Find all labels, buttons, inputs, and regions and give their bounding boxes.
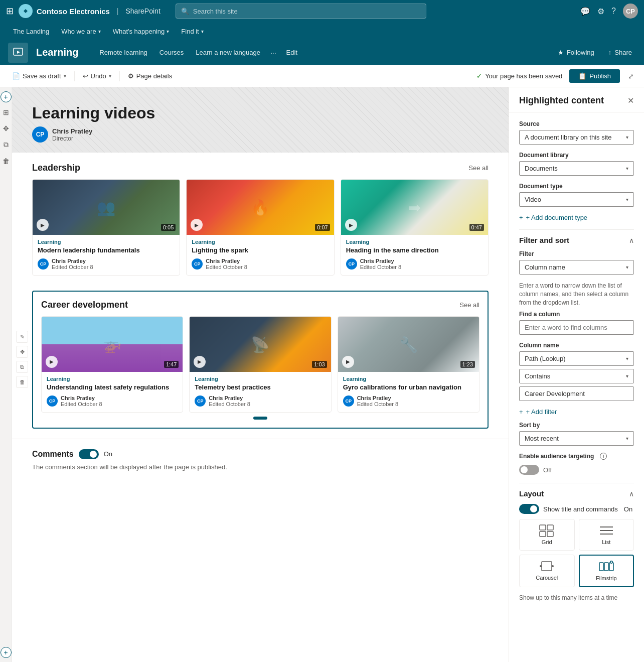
site-nav-who[interactable]: Who we are ▾ <box>56 22 105 40</box>
info-icon[interactable]: i <box>600 453 607 460</box>
plus-icon: + <box>519 408 523 416</box>
add-section-top-button[interactable]: + <box>1 91 12 102</box>
column-name-field: Column name Path (Lookup) ▾ Contains ▾ <box>519 342 634 401</box>
layout-list-option[interactable]: List <box>579 519 634 551</box>
duplicate-section-icon[interactable]: ⧉ <box>16 361 28 373</box>
page-nav-remote[interactable]: Remote learning <box>94 40 152 65</box>
more-pages-icon[interactable]: ··· <box>267 49 279 57</box>
search-placeholder: Search this site <box>193 8 238 15</box>
settings-icon[interactable]: ⚙ <box>597 7 604 16</box>
avatar[interactable]: CP <box>623 4 638 19</box>
thumb-decoration: 🔥 <box>251 199 269 216</box>
video-info: Learning Modern leadership fundamentals … <box>33 235 180 275</box>
play-button[interactable]: ▶ <box>46 356 58 368</box>
toggle-on-label: On <box>104 450 112 458</box>
add-filter-link[interactable]: + + Add filter <box>519 408 634 416</box>
edit-section-icon[interactable]: ✎ <box>16 331 28 343</box>
web-parts-icon[interactable]: ⊞ <box>3 108 9 116</box>
page-nav-language[interactable]: Learn a new language <box>191 40 265 65</box>
page-nav-edit[interactable]: Edit <box>281 40 302 65</box>
delete-icon[interactable]: 🗑 <box>3 157 10 165</box>
edit-date: Edited October 8 <box>52 264 93 270</box>
move-icon[interactable]: ✥ <box>3 124 9 133</box>
save-as-draft-button[interactable]: 📄 Save as draft ▾ <box>8 70 70 82</box>
undo-button[interactable]: ↩ Undo ▾ <box>79 70 115 82</box>
career-see-all[interactable]: See all <box>459 301 479 309</box>
video-card[interactable]: 🔥 ▶ 0:07 Learning Lighting the spark CP … <box>186 179 334 276</box>
show-title-label: Show title and commands <box>543 505 618 513</box>
video-duration: 0:05 <box>161 224 176 231</box>
source-value: A document library on this site <box>525 134 611 141</box>
move-section-icon[interactable]: ✥ <box>16 346 28 358</box>
play-button[interactable]: ▶ <box>345 219 357 231</box>
document-type-field: Document type Video ▾ <box>519 183 634 207</box>
site-nav-landing[interactable]: The Landing <box>8 22 54 40</box>
video-title: Lighting the spark <box>192 246 329 255</box>
video-card[interactable]: 👥 ▶ 0:05 Learning Modern leadership fund… <box>32 179 180 276</box>
filter-select[interactable]: Column name ▾ <box>519 260 634 275</box>
share-button[interactable]: ↑ Share <box>604 47 636 58</box>
help-icon[interactable]: ? <box>611 7 616 16</box>
close-panel-button[interactable]: ✕ <box>627 96 634 105</box>
sort-by-select[interactable]: Most recent ▾ <box>519 431 634 446</box>
expand-icon[interactable]: ⤢ <box>626 70 636 82</box>
show-title-toggle[interactable] <box>519 504 539 514</box>
publish-button[interactable]: 📋 Publish <box>569 69 620 83</box>
toggle-knob <box>90 451 97 458</box>
layout-grid-option[interactable]: Grid <box>519 519 575 551</box>
thumb-decoration: 🚁 <box>103 335 121 353</box>
video-card[interactable]: 🚁 ▶ 1:47 Learning Understanding latest s… <box>41 316 183 413</box>
brand-logo <box>19 4 33 18</box>
layout-carousel-option[interactable]: Carousel <box>519 555 575 587</box>
play-button[interactable]: ▶ <box>37 219 49 231</box>
video-card[interactable]: 📡 ▶ 1:03 Learning Telemetry best practic… <box>189 316 331 413</box>
svg-rect-3 <box>547 525 553 530</box>
thumb-decoration: ➡ <box>408 199 421 216</box>
copy-icon[interactable]: ⧉ <box>4 141 9 149</box>
add-section-bottom-button[interactable]: + <box>1 647 12 658</box>
leadership-see-all[interactable]: See all <box>468 164 489 172</box>
chat-icon[interactable]: 💬 <box>580 7 590 16</box>
search-box[interactable]: 🔍 Search this site <box>176 4 426 19</box>
career-video-grid: 🚁 ▶ 1:47 Learning Understanding latest s… <box>41 316 479 413</box>
video-tag: Learning <box>346 239 483 245</box>
comments-toggle[interactable] <box>79 449 99 459</box>
contains-select[interactable]: Contains ▾ <box>519 369 634 383</box>
play-button[interactable]: ▶ <box>194 356 206 368</box>
save-icon: 📄 <box>12 72 20 80</box>
author-avatar: CP <box>343 395 354 407</box>
following-button[interactable]: ★ Following <box>554 47 598 58</box>
collapse-filter-icon[interactable]: ∧ <box>629 236 634 244</box>
edit-date: Edited October 8 <box>209 401 250 407</box>
sort-by-label: Sort by <box>519 422 634 429</box>
play-button[interactable]: ▶ <box>342 356 354 368</box>
chevron-down-icon: ▾ <box>626 135 628 140</box>
delete-section-icon[interactable]: 🗑 <box>16 376 28 388</box>
layout-title: Layout <box>519 489 544 498</box>
audience-toggle[interactable] <box>519 465 539 475</box>
video-thumbnail: 👥 ▶ 0:05 <box>33 180 180 235</box>
list-layout-icon <box>599 524 614 537</box>
saved-message: ✓ Your page has been saved <box>476 72 562 80</box>
video-card[interactable]: 🔧 ▶ 1:23 Learning Gyro calibrations for … <box>338 316 479 413</box>
site-nav-happening[interactable]: What's happening ▾ <box>108 22 175 40</box>
svg-point-16 <box>610 562 612 563</box>
page-nav-courses[interactable]: Courses <box>154 40 189 65</box>
site-nav-find[interactable]: Find it ▾ <box>176 22 208 40</box>
video-info: Learning Heading in the same direction C… <box>341 235 488 275</box>
layout-filmstrip-option[interactable]: Filmstrip <box>579 555 634 587</box>
add-document-type-link[interactable]: + + Add document type <box>519 214 634 221</box>
doc-type-select[interactable]: Video ▾ <box>519 192 634 207</box>
find-column-input[interactable] <box>519 320 634 335</box>
carousel-layout-icon <box>539 560 554 573</box>
author-name: Chris Pratley <box>52 127 92 135</box>
video-card[interactable]: ➡ ▶ 0:47 Learning Heading in the same di… <box>341 179 489 276</box>
source-select[interactable]: A document library on this site ▾ <box>519 130 634 145</box>
app-grid-icon[interactable]: ⊞ <box>6 6 14 17</box>
collapse-layout-icon[interactable]: ∧ <box>629 490 634 498</box>
page-details-button[interactable]: ⚙ Page details <box>124 70 177 82</box>
column-name-select[interactable]: Path (Lookup) ▾ <box>519 351 634 366</box>
filter-value-input[interactable] <box>519 386 634 401</box>
play-button[interactable]: ▶ <box>191 219 203 231</box>
doc-library-select[interactable]: Documents ▾ <box>519 161 634 176</box>
